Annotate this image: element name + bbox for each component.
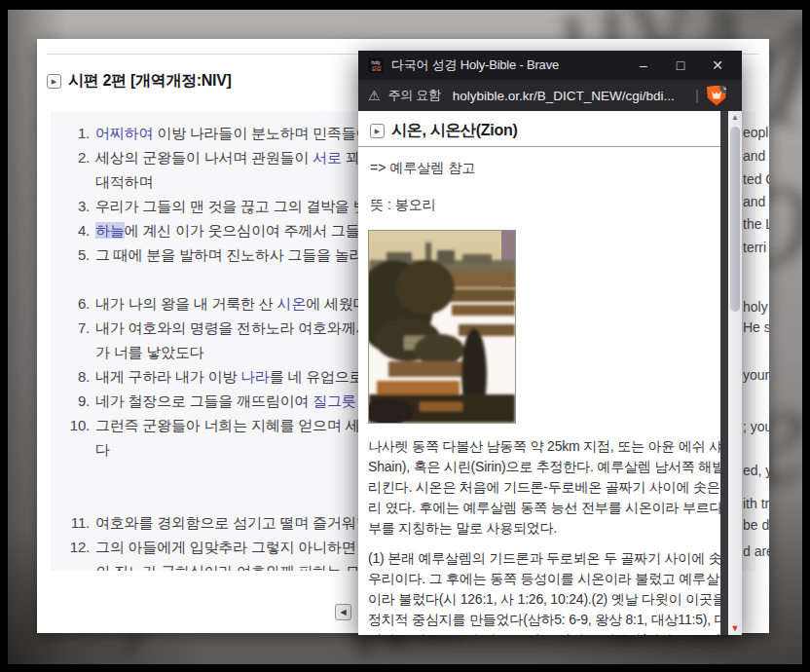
address-bar[interactable]: ⚠ 주의 요함 holybible.or.kr/B_DICT_NEW/cgi/b… (358, 80, 742, 111)
favicon-text-bottom: 성경 (371, 65, 381, 71)
verse-number: 12. (64, 535, 90, 559)
english-verse-fragment: ith tr (743, 496, 769, 511)
verse-number: 3. (64, 194, 90, 218)
popup-titlebar[interactable]: holy 성경 다국어 성경 Holy-Bible - Brave – □ ✕ (358, 51, 742, 80)
dictionary-entry-title: 시온, 시온산(Zion) (391, 121, 517, 141)
content-edge-strip (720, 111, 728, 635)
dictionary-text-line: 부를 지칭하는 말로 사용되었다. (368, 518, 720, 539)
scroll-down-arrow-icon[interactable]: ▼ (728, 623, 742, 633)
scrollbar-thumb[interactable] (730, 127, 740, 312)
url-field[interactable]: holybible.or.kr/B_DICT_NEW/cgi/bdi... (453, 89, 688, 103)
cross-reference-line: => 예루살렘 참고 (370, 160, 475, 177)
popup-scrollbar[interactable]: ▲ ▼ (728, 111, 742, 635)
addressbar-separator: | (695, 88, 699, 103)
previous-chapter-button[interactable]: ◀ (335, 604, 351, 620)
verse-number: 10. (64, 413, 90, 437)
dictionary-text-line: 이라 불렀다(시 126:1, 사 1:26, 10:24).(2) 옛날 다윗… (368, 589, 720, 610)
dictionary-text-line: 번째로 이곳으로 옮겨 종교적 중심지를 삼았다(삼하6:12-18) (4) … (368, 630, 720, 635)
security-warning-icon[interactable]: ⚠ (368, 88, 381, 103)
verse-number: 11. (64, 510, 90, 535)
dictionary-text-line: 리킨다. 시온은 처음에 기드론-두로베온 골짜기 사이에 솟은 절벽으로 된 … (368, 477, 720, 498)
maximize-button[interactable]: □ (666, 57, 695, 73)
entry-expand-icon[interactable]: ▶ (370, 124, 385, 138)
meaning-line: 뜻 : 봉오리 (370, 197, 436, 214)
english-verse-fragment: and t (743, 148, 769, 164)
dictionary-paragraph-2: (1) 본래 예루살렘의 기드론과 두로뵈온 두 골짜기 사이에 솟은 절벽으로… (368, 548, 720, 635)
security-warning-label[interactable]: 주의 요함 (388, 87, 441, 104)
heading-divider (358, 146, 720, 147)
dictionary-content: ▶ 시온, 시온산(Zion) => 예루살렘 참고 뜻 : 봉오리 (358, 111, 720, 635)
verse-number: 7. (64, 316, 90, 340)
verse-number: 6. (64, 291, 90, 316)
verse-number: 2. (64, 145, 90, 169)
english-verse-fragment: terri (743, 240, 766, 255)
dictionary-word-link-highlighted[interactable]: 하늘 (95, 222, 125, 239)
chapter-expand-icon[interactable]: ▶ (47, 74, 61, 89)
dictionary-text-line: Shain), 혹은 시린(Sirin)으로 추정한다. 예루살렘 남서쪽 해발… (368, 457, 720, 477)
popup-window-title: 다국어 성경 Holy-Bible - Brave (391, 56, 621, 74)
english-verse-fragment: eople (743, 125, 769, 140)
dictionary-text-line: 정치적 중심지를 만들었다(삼하5: 6-9, 왕상 8:1, 대상11:5),… (368, 610, 720, 630)
english-verse-fragment: ; you (743, 419, 769, 434)
brave-shield-icon[interactable]: 5 (707, 86, 726, 106)
english-verse-fragment: your (743, 367, 769, 383)
english-translation-column: eopleand tted Oand tthe Loterriholy hHe … (740, 39, 769, 633)
brave-popup-window: holy 성경 다국어 성경 Holy-Bible - Brave – □ ✕ … (358, 51, 742, 635)
scroll-up-arrow-icon[interactable]: ▲ (728, 113, 742, 122)
dictionary-text-line: (1) 본래 예루살렘의 기드론과 두로뵈온 두 골짜기 사이에 솟은 절벽으로… (368, 548, 720, 569)
dictionary-heading-row: ▶ 시온, 시온산(Zion) (370, 121, 517, 141)
zion-jerusalem-landscape-photo (368, 230, 516, 424)
english-verse-fragment: the Lo (743, 216, 769, 232)
chapter-title: 시편 2편 [개역개정:NIV] (68, 71, 232, 92)
verse-number: 5. (64, 243, 90, 267)
chapter-title-row: ▶ 시편 2편 [개역개정:NIV] (47, 71, 232, 92)
shield-counter-badge: 5 (719, 81, 732, 93)
dictionary-word-link[interactable]: 어찌하여 (95, 125, 153, 141)
dictionary-paragraph-1: 나사렛 동쪽 다볼산 남동쪽 약 25km 지점, 또는 아윤 에쉬 샤인(Ay… (368, 436, 720, 539)
english-verse-fragment: be de (743, 517, 769, 533)
verse-number: 9. (64, 389, 90, 413)
dictionary-text-line: 우리이다. 그 후에는 동쪽 등성이를 시온이라 불렀고 예루살렘을 찬칭하여 … (368, 569, 720, 589)
verse-number: 1. (64, 121, 90, 145)
verse-number: 8. (64, 364, 90, 389)
dictionary-word-link[interactable]: 시온 (277, 295, 307, 312)
dictionary-text-line: 리 였다. 후에는 예루살렘 동쪽 능선 전부를 시온이라 부르다 그 후에는 … (368, 498, 720, 518)
minimize-button[interactable]: – (629, 57, 658, 73)
dictionary-word-link[interactable]: 서로 (313, 149, 342, 166)
english-verse-fragment: ted O (743, 171, 769, 187)
english-verse-fragment: ed, yo (743, 463, 769, 478)
holybible-favicon: holy 성경 (368, 57, 384, 73)
dictionary-word-link[interactable]: 나라 (240, 368, 270, 385)
close-button[interactable]: ✕ (703, 57, 732, 73)
english-verse-fragment: He s (743, 319, 769, 335)
dictionary-text-line: 나사렛 동쪽 다볼산 남동쪽 약 25km 지점, 또는 아윤 에쉬 샤인(Ay… (368, 436, 720, 457)
english-verse-fragment: and t (743, 194, 769, 209)
english-verse-fragment: d are (743, 543, 769, 559)
english-verse-fragment: holy h (743, 299, 769, 315)
dictionary-word-link[interactable]: 질그릇 (313, 392, 355, 409)
verse-number: 4. (64, 218, 90, 243)
